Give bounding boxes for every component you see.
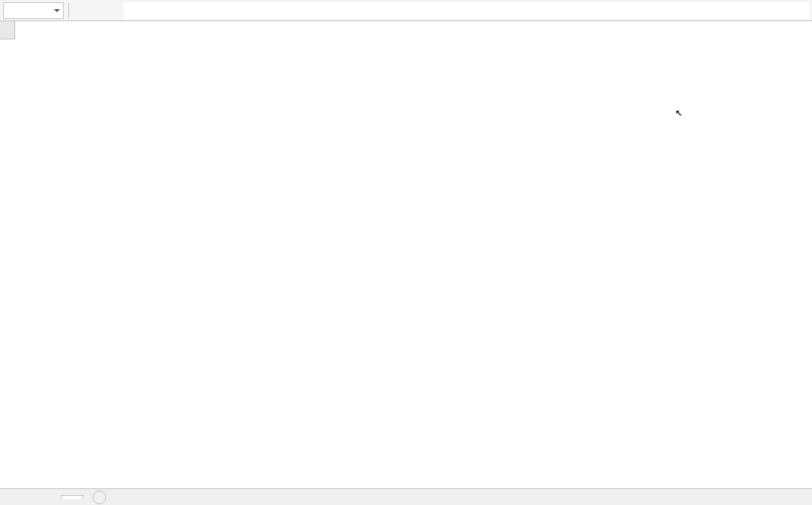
name-box[interactable] — [3, 2, 64, 19]
formula-input[interactable] — [124, 2, 809, 19]
fx-button[interactable] — [107, 2, 124, 19]
sheet-tab[interactable] — [61, 495, 83, 499]
sheet-tab-bar — [0, 488, 812, 505]
cursor-icon: ↖ — [675, 105, 683, 119]
add-sheet-button[interactable] — [93, 491, 106, 504]
chevron-down-icon[interactable] — [54, 9, 60, 12]
select-all-corner[interactable] — [0, 21, 15, 39]
spreadsheet-grid[interactable]: ↖ — [0, 21, 812, 488]
separator — [68, 3, 69, 18]
formula-bar — [0, 0, 812, 21]
confirm-formula-button[interactable] — [90, 2, 107, 19]
cancel-formula-button[interactable] — [74, 2, 90, 19]
